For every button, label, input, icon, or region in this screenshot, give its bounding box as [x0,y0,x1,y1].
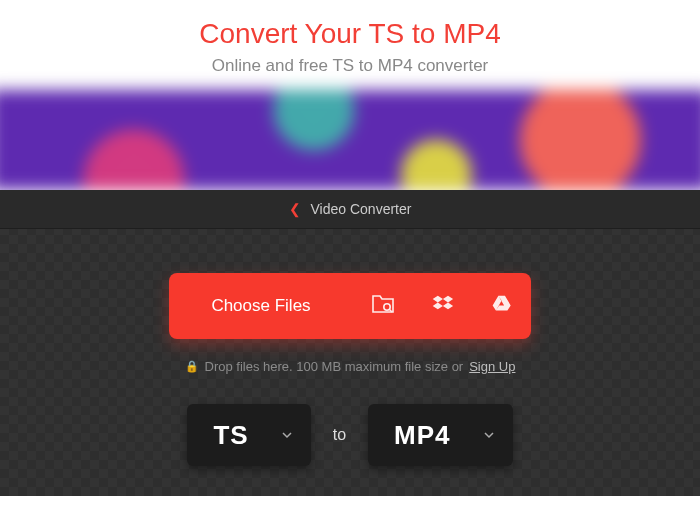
page-subtitle: Online and free TS to MP4 converter [10,56,690,76]
target-format-label: MP4 [368,420,476,451]
breadcrumb[interactable]: ❮ Video Converter [0,190,700,229]
chevron-left-icon: ❮ [289,201,301,217]
dropbox-icon [431,294,455,318]
dropbox-button[interactable] [413,273,473,339]
page-title: Convert Your TS to MP4 [10,18,690,50]
hint-text: Drop files here. 100 MB maximum file siz… [205,359,464,374]
page-header: Convert Your TS to MP4 Online and free T… [0,0,700,90]
chevron-down-icon [477,429,513,441]
choose-files-label: Choose Files [211,296,310,316]
converter-panel: ❮ Video Converter Choose Files [0,190,700,496]
google-drive-icon [491,294,513,318]
folder-search-icon [371,294,395,318]
signup-link[interactable]: Sign Up [469,359,515,374]
to-label: to [333,426,346,444]
svg-point-0 [383,304,389,310]
google-drive-button[interactable] [473,273,531,339]
source-format-label: TS [187,420,274,451]
choose-files-button[interactable]: Choose Files [169,273,352,339]
source-format-dropdown[interactable]: TS [187,404,310,466]
upload-bar: Choose Files [169,273,530,339]
browse-files-button[interactable] [353,273,413,339]
target-format-dropdown[interactable]: MP4 [368,404,512,466]
main-area: Choose Files 🔒 Drop files here. 100 [0,229,700,496]
lock-icon: 🔒 [185,360,199,373]
upload-hint: 🔒 Drop files here. 100 MB maximum file s… [20,359,680,374]
format-row: TS to MP4 [20,404,680,466]
ad-banner [0,90,700,190]
breadcrumb-label: Video Converter [311,201,412,217]
chevron-down-icon [275,429,311,441]
